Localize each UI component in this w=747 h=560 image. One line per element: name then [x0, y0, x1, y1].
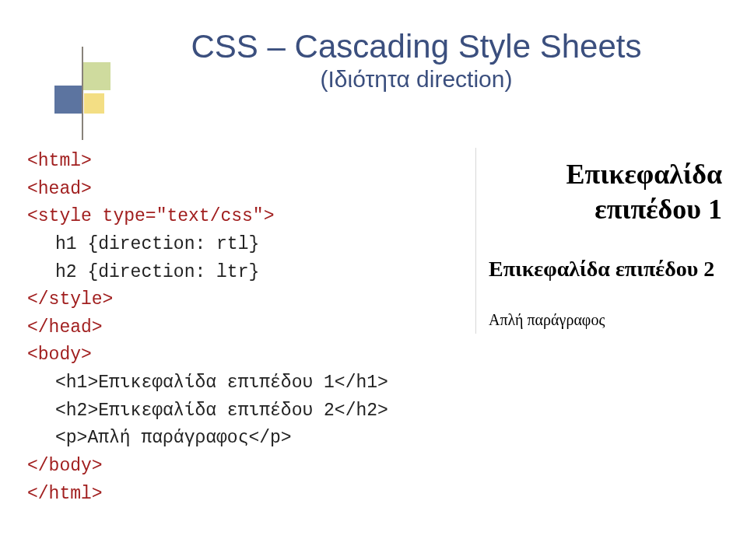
code-line-12: </body>: [27, 456, 103, 476]
code-line-7: </head>: [27, 317, 103, 338]
square-yellow: [84, 93, 104, 114]
code-line-13: </html>: [27, 484, 103, 504]
square-green: [82, 62, 110, 90]
slide: CSS – Cascading Style Sheets (Ιδιότητα d…: [0, 0, 747, 560]
code-line-3: <style type="text/css">: [27, 206, 274, 226]
content-area: <html> <head> <style type="text/css"> h1…: [27, 148, 724, 544]
code-line-1: <html>: [27, 151, 92, 171]
code-line-5: h2 {direction: ltr}: [27, 259, 259, 287]
code-line-4: h1 {direction: rtl}: [27, 231, 259, 259]
preview-p: Απλή παράγραφος: [489, 311, 722, 329]
code-line-11: <p>Απλή παράγραφος</p>: [27, 425, 292, 453]
subtitle-text: (Ιδιότητα direction): [109, 67, 724, 92]
title-text: CSS – Cascading Style Sheets: [191, 28, 642, 65]
divider-vertical: [82, 47, 83, 140]
code-block: <html> <head> <style type="text/css"> h1…: [27, 148, 469, 508]
preview-h2: Επικεφαλίδα επιπέδου 2: [489, 255, 722, 283]
square-blue: [54, 86, 82, 114]
render-preview: Επικεφαλίδα επιπέδου 1 Επικεφαλίδα επιπέ…: [475, 148, 724, 334]
code-line-6: </style>: [27, 289, 113, 310]
code-line-9: <h1>Επικεφαλίδα επιπέδου 1</h1>: [27, 369, 388, 397]
code-line-8: <body>: [27, 345, 92, 365]
code-line-2: <head>: [27, 179, 92, 199]
code-line-10: <h2>Επικεφαλίδα επιπέδου 2</h2>: [27, 397, 388, 425]
preview-h1: Επικεφαλίδα επιπέδου 1: [489, 157, 722, 227]
slide-title: CSS – Cascading Style Sheets (Ιδιότητα d…: [109, 30, 724, 92]
